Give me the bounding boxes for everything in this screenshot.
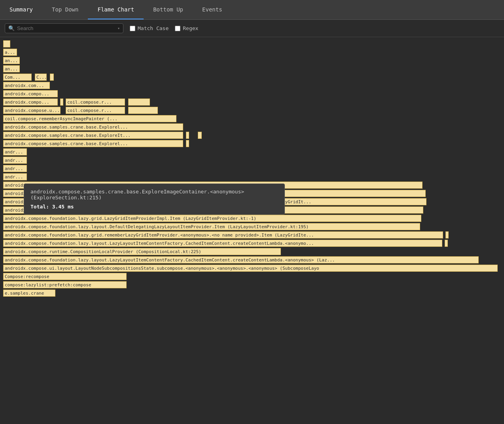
flame-bar[interactable]: compose:lazylist:prefetch:compose	[3, 281, 127, 288]
flame-row: androidx.compose.foundation.lazy.layout.…	[0, 206, 504, 214]
flame-bar[interactable]: coil.compose.r...	[66, 107, 125, 114]
search-bar: 🔍 ▾ Match Case Regex	[0, 20, 504, 37]
flame-row	[0, 40, 504, 48]
flame-bar[interactable]: androidx.compose.samples.crane.base.Expl…	[3, 140, 183, 147]
flame-bar[interactable]: C...	[35, 74, 47, 81]
flame-bar[interactable]: Compose:recompose	[3, 273, 127, 280]
flame-row: coil.compose.rememberAsyncImagePainter (…	[0, 115, 504, 123]
flame-row: androidx.compose.samples.crane.base.Expl…	[0, 182, 504, 189]
flame-row: androidx.compose.foundation.lazy.grid.Co…	[0, 198, 504, 206]
regex-text: Regex	[183, 25, 198, 31]
flame-bar[interactable]: Com...	[3, 74, 32, 81]
flame-row: androidx.compose.foundation.lazy.grid.re…	[0, 231, 504, 239]
flame-row: e.samples.crane	[0, 290, 504, 297]
flame-row: androidx.com...	[0, 82, 504, 90]
flame-bar[interactable]: andr...	[3, 148, 27, 155]
flame-row: an...	[0, 57, 504, 65]
flame-bar[interactable]: coil.compose.rememberAsyncImagePainter (…	[3, 115, 176, 122]
flame-row: androidx.compose.foundation.lazy.layout.…	[0, 240, 504, 248]
tab-events[interactable]: Events	[193, 0, 232, 19]
flame-bar[interactable]	[186, 140, 189, 147]
flame-bar[interactable]: a...	[3, 49, 17, 56]
flame-row: a...	[0, 49, 504, 57]
flame-bar[interactable]: androidx.compose.foundation.lazy.grid.Co…	[3, 198, 426, 205]
flame-bar[interactable]: androidx.compose.runtime.CompositionLoca…	[3, 248, 281, 255]
flame-row: Com... C...	[0, 74, 504, 81]
flame-bar[interactable]	[128, 98, 150, 106]
flame-row: androidx.compose.samples.crane.base.Expl…	[0, 123, 504, 131]
search-icon: 🔍	[8, 25, 15, 31]
search-input[interactable]	[17, 25, 115, 31]
flame-bar[interactable]: androidx.compose.foundation.lazy.layout.…	[3, 240, 442, 247]
flame-bar[interactable]: coil.compose.r...	[66, 98, 125, 106]
flame-bar[interactable]: androidx.compo...	[3, 98, 58, 106]
flame-bar[interactable]: androidx.compose.foundation.lazy.grid.it…	[3, 190, 426, 197]
flame-row: androidx.compose.runtime.CompositionLoca…	[0, 248, 504, 256]
tab-flame-chart[interactable]: Flame Chart	[88, 0, 144, 19]
flame-row: andr...	[0, 148, 504, 156]
flame-row: androidx.compose.foundation.lazy.layout.…	[0, 256, 504, 264]
flame-bar[interactable]: androidx.compose.samples.crane.base.Expl…	[3, 182, 423, 189]
flame-row: androidx.compose.foundation.lazy.grid.it…	[0, 190, 504, 198]
tab-summary[interactable]: Summary	[0, 0, 42, 19]
flame-bar[interactable]: androidx.compose.samples.crane.base.Expl…	[3, 123, 183, 131]
flame-bar[interactable]: androidx.compose.ui.layout.LayoutNodeSub…	[3, 265, 498, 272]
flame-bar[interactable]	[128, 107, 158, 114]
search-wrapper: 🔍 ▾	[5, 23, 123, 33]
flame-bar[interactable]: an...	[3, 65, 20, 72]
flame-row: androidx.compose.ui.layout.LayoutNodeSub…	[0, 265, 504, 273]
flame-row: andr...	[0, 173, 504, 181]
flame-bar[interactable]	[3, 40, 10, 47]
flame-bar[interactable]: androidx.compose.samples.crane.base.Expl…	[3, 132, 183, 139]
flame-row: andr...	[0, 165, 504, 173]
flame-bar[interactable]: androidx.compose.u...	[3, 107, 61, 114]
flame-row: compose:lazylist:prefetch:compose	[0, 281, 504, 289]
flame-row: Compose:recompose	[0, 273, 504, 281]
flame-bar[interactable]: androidx.com...	[3, 82, 50, 89]
flame-row: androidx.compo...	[0, 90, 504, 98]
flame-bar[interactable]: an...	[3, 57, 20, 64]
flame-bar[interactable]	[186, 132, 189, 139]
flame-bar[interactable]: andr...	[3, 173, 27, 180]
flame-row: andr...	[0, 157, 504, 165]
flame-bar[interactable]: androidx.compose.foundation.lazy.layout.…	[3, 256, 479, 263]
flame-row: androidx.compose.samples.crane.base.Expl…	[0, 140, 504, 148]
flame-bar[interactable]: androidx.compo...	[3, 90, 58, 97]
tab-bottom-up[interactable]: Bottom Up	[144, 0, 193, 19]
match-case-text: Match Case	[138, 25, 169, 31]
flame-bar[interactable]: androidx.compose.foundation.lazy.layout.…	[3, 223, 420, 230]
flame-row: androidx.compose.u... coil.compose.r...	[0, 107, 504, 115]
tab-top-down[interactable]: Top Down	[42, 0, 88, 19]
tab-bar: Summary Top Down Flame Chart Bottom Up E…	[0, 0, 504, 20]
flame-row: androidx.compose.foundation.lazy.layout.…	[0, 223, 504, 231]
flame-row: androidx.compo... coil.compose.r...	[0, 98, 504, 106]
flame-bar[interactable]	[445, 240, 448, 247]
flame-bar[interactable]: e.samples.crane	[3, 290, 55, 297]
flame-bar[interactable]	[60, 98, 63, 106]
flame-bar[interactable]: andr...	[3, 165, 27, 172]
flame-bar[interactable]: androidx.compose.foundation.lazy.layout.…	[3, 206, 423, 214]
flame-chart-content: a... an... an... Com... C... androidx.co…	[0, 37, 504, 424]
match-case-checkbox[interactable]	[130, 26, 135, 31]
flame-row: androidx.compose.foundation.lazy.grid.La…	[0, 215, 504, 223]
flame-bar[interactable]: andr...	[3, 157, 27, 164]
flame-bar[interactable]	[50, 74, 54, 81]
flame-bar[interactable]	[198, 132, 202, 139]
regex-label[interactable]: Regex	[175, 25, 198, 31]
flame-row: an...	[0, 65, 504, 73]
flame-bar[interactable]: androidx.compose.foundation.lazy.grid.La…	[3, 215, 421, 222]
search-dropdown-icon[interactable]: ▾	[117, 26, 120, 30]
flame-row: androidx.compose.samples.crane.base.Expl…	[0, 132, 504, 140]
flame-bar[interactable]	[445, 231, 449, 238]
match-case-label[interactable]: Match Case	[130, 25, 169, 31]
flame-bar[interactable]: androidx.compose.foundation.lazy.grid.re…	[3, 231, 443, 238]
regex-checkbox[interactable]	[175, 26, 180, 31]
